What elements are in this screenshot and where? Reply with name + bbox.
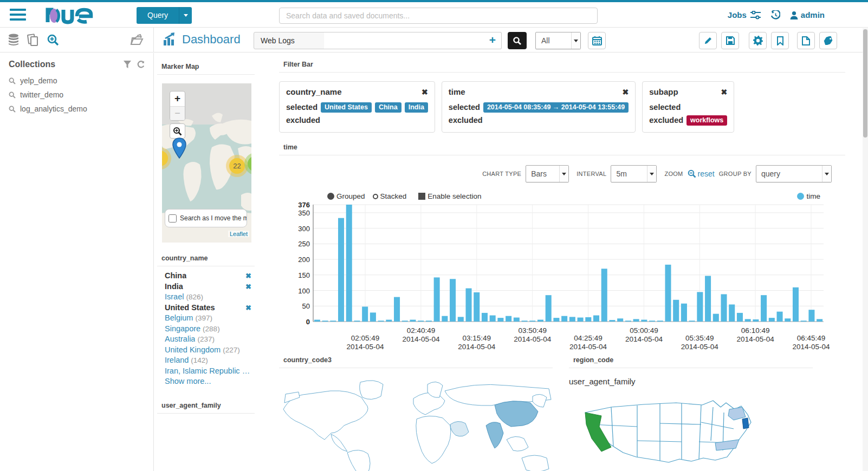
time-bar[interactable] — [330, 320, 336, 322]
time-bar[interactable] — [633, 319, 639, 322]
marker-map-widget[interactable]: + − 5 22 2 Search as I move the map Leaf… — [162, 83, 251, 243]
time-chart-plot[interactable] — [287, 200, 829, 326]
time-bar[interactable] — [681, 304, 687, 322]
time-bar[interactable] — [386, 320, 392, 322]
time-bar[interactable] — [497, 318, 503, 322]
facet-value-label[interactable]: Iran, Islamic Republic of ... — [165, 366, 251, 377]
time-bar[interactable] — [442, 316, 448, 322]
time-bar[interactable] — [785, 318, 791, 322]
facet-value-row[interactable]: United Kingdom(227) — [165, 345, 251, 356]
time-bar[interactable] — [761, 295, 767, 322]
facet-value-label[interactable]: China — [165, 271, 186, 282]
time-bar[interactable] — [410, 320, 416, 322]
time-bar[interactable] — [593, 316, 599, 322]
time-bar[interactable] — [553, 318, 559, 322]
facet-value-label[interactable]: Israel — [165, 292, 184, 303]
filter-pill[interactable]: workflows — [686, 115, 727, 126]
facet-value-row[interactable]: Singapore(288) — [165, 324, 251, 335]
time-bar[interactable] — [713, 314, 719, 322]
facet-value-row[interactable]: United States✖ — [165, 303, 251, 313]
time-bar[interactable] — [808, 310, 814, 322]
run-search-button[interactable] — [508, 32, 527, 49]
time-bar[interactable] — [474, 292, 480, 322]
time-bar[interactable] — [426, 320, 432, 322]
facet-value-label[interactable]: Singapore — [165, 324, 200, 335]
facet-value-row[interactable]: China✖ — [165, 271, 251, 282]
time-bar[interactable] — [697, 292, 703, 322]
zoom-in-icon[interactable] — [47, 34, 60, 47]
collection-item-twitter_demo[interactable]: twitter_demo — [0, 88, 153, 102]
tags-button[interactable] — [819, 32, 837, 49]
time-bar[interactable] — [450, 279, 456, 322]
query-dropdown-caret[interactable] — [179, 7, 192, 24]
time-bar[interactable] — [338, 218, 344, 322]
filter-funnel-icon[interactable] — [124, 61, 131, 68]
time-bar[interactable] — [354, 320, 360, 322]
time-bar[interactable] — [689, 320, 695, 322]
facet-value-label[interactable]: Ireland — [165, 355, 189, 366]
time-bar[interactable] — [745, 319, 751, 322]
remove-facet-icon[interactable]: ✖ — [245, 282, 251, 292]
time-bar[interactable] — [529, 320, 535, 322]
new-document-button[interactable] — [797, 32, 815, 49]
zoom-out-reset-icon[interactable] — [688, 169, 696, 178]
time-bar[interactable] — [721, 294, 727, 322]
time-bar[interactable] — [465, 289, 471, 322]
time-bar[interactable] — [362, 306, 368, 322]
time-bar[interactable] — [585, 317, 591, 322]
time-bar[interactable] — [546, 295, 552, 322]
time-bar[interactable] — [506, 316, 511, 322]
global-search-input[interactable] — [279, 8, 598, 24]
vertical-scrollbar[interactable] — [863, 28, 868, 471]
scope-select[interactable]: All — [535, 32, 581, 49]
hamburger-menu-icon[interactable] — [10, 9, 26, 22]
calendar-button[interactable] — [588, 32, 606, 49]
remove-facet-icon[interactable]: ✖ — [245, 271, 251, 282]
map-zoom-out-button[interactable]: − — [170, 106, 185, 120]
close-filter-icon[interactable]: ✖ — [721, 88, 728, 96]
filter-pill[interactable]: China — [375, 102, 401, 113]
refresh-icon[interactable] — [137, 61, 145, 68]
query-split-button[interactable]: Query — [137, 7, 192, 24]
time-bar[interactable] — [346, 205, 352, 322]
time-bar[interactable] — [737, 313, 743, 322]
scrollbar-thumb[interactable] — [863, 29, 867, 138]
time-bar[interactable] — [649, 320, 655, 322]
close-filter-icon[interactable]: ✖ — [623, 88, 629, 96]
facet-value-label[interactable]: Australia — [165, 334, 195, 345]
settings-button[interactable] — [749, 32, 767, 49]
edit-dashboard-button[interactable] — [699, 32, 717, 49]
search-as-move-checkbox-input[interactable] — [169, 214, 177, 223]
add-widget-button[interactable]: + — [484, 32, 502, 49]
time-bar[interactable] — [625, 320, 631, 322]
facet-value-row[interactable]: Australia(237) — [165, 334, 251, 345]
collection-item-log_analytics_demo[interactable]: log_analytics_demo — [0, 102, 153, 116]
time-bar[interactable] — [482, 313, 488, 322]
filter-pill[interactable]: India — [405, 102, 428, 113]
interval-select[interactable]: 5m — [611, 165, 657, 182]
facet-value-label[interactable]: United States — [165, 303, 215, 313]
region-code-us-map[interactable] — [573, 391, 790, 471]
documents-icon[interactable] — [27, 34, 39, 47]
time-bar[interactable] — [617, 318, 623, 322]
user-agent-family-chart[interactable]: 1.834k 1.6k 1.4k — [157, 419, 255, 471]
stacked-radio[interactable]: Stacked — [373, 192, 407, 200]
time-bar[interactable] — [394, 297, 400, 322]
show-more-link[interactable]: Show more... — [165, 376, 251, 387]
map-zoom-in-button[interactable]: + — [170, 91, 185, 106]
time-bar[interactable] — [402, 320, 408, 322]
time-bar[interactable] — [673, 300, 679, 322]
facet-value-row[interactable]: Israel(826) — [165, 292, 251, 303]
database-icon[interactable] — [8, 34, 20, 47]
time-bar[interactable] — [578, 318, 584, 322]
facet-value-label[interactable]: India — [165, 282, 183, 292]
facet-value-row[interactable]: Ireland(142) — [165, 355, 251, 366]
time-bar[interactable] — [490, 316, 496, 322]
time-bar[interactable] — [370, 312, 376, 322]
time-bar[interactable] — [561, 316, 567, 322]
time-bar[interactable] — [753, 319, 759, 322]
time-bar-chart[interactable]: 37635030025020015010050002:05:492014-05-… — [287, 200, 829, 357]
time-bar[interactable] — [514, 318, 520, 322]
grouped-radio[interactable]: Grouped — [327, 192, 365, 200]
time-bar[interactable] — [609, 320, 615, 322]
